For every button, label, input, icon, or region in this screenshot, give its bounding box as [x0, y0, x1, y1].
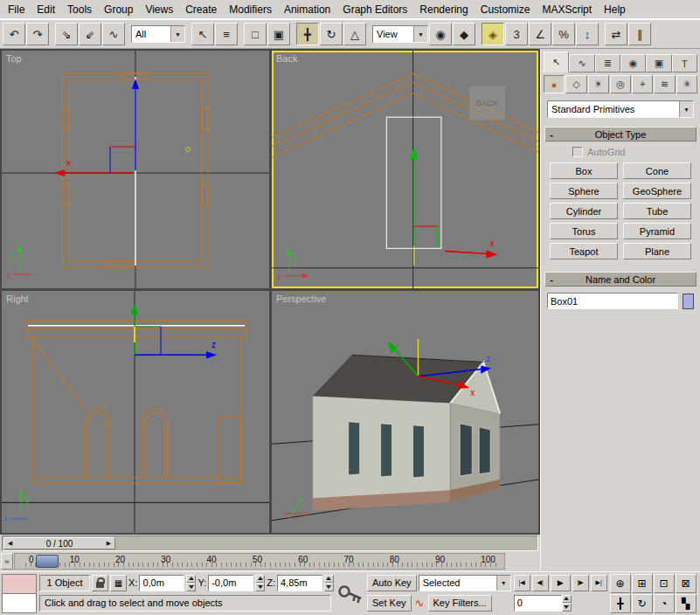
object-name-input[interactable]	[547, 293, 678, 309]
viewport-label[interactable]: Right	[6, 294, 29, 304]
z-coordinate-input[interactable]: 4,85m	[277, 575, 322, 591]
category-lights[interactable]: ☀	[588, 75, 609, 93]
previous-frame-arrow-icon[interactable]: ◀	[4, 538, 16, 549]
primitive-button[interactable]: Sphere	[550, 183, 618, 199]
undo-icon[interactable]: ↶	[3, 23, 25, 45]
viewport-label[interactable]: Back	[276, 53, 297, 64]
right-viewport-canvas[interactable]: z y z	[2, 291, 269, 533]
primitive-button[interactable]: Cylinder	[550, 203, 618, 219]
zoom-extents-icon[interactable]: ⊡	[654, 574, 675, 593]
menu-item[interactable]: File	[2, 1, 31, 18]
menu-item[interactable]: Animation	[278, 1, 336, 18]
select-and-manipulate-icon[interactable]: ◆	[453, 23, 475, 45]
dropdown-arrow-icon[interactable]: ▼	[413, 26, 427, 42]
macro-recorder-pane[interactable]	[3, 575, 36, 594]
listener-pane[interactable]	[3, 594, 36, 612]
menu-item[interactable]: Customize	[475, 1, 537, 18]
select-object-icon[interactable]: ↖	[191, 23, 214, 45]
select-and-scale-icon[interactable]: △	[343, 23, 366, 45]
z-spinner[interactable]	[324, 575, 334, 591]
window-crossing-icon[interactable]: ▣	[267, 23, 290, 45]
rectangular-selection-icon[interactable]: □	[244, 23, 267, 45]
select-and-link-icon[interactable]: ⇘	[55, 23, 78, 45]
move-gizmo[interactable]: x	[411, 147, 498, 266]
primitive-button[interactable]: Box	[550, 162, 618, 179]
y-spinner[interactable]	[255, 575, 265, 591]
back-viewport-canvas[interactable]: BACK x	[272, 51, 538, 288]
tab-display[interactable]: ▣	[646, 54, 671, 73]
spinner-down-icon[interactable]	[255, 583, 265, 591]
percent-snap-icon[interactable]: %	[552, 23, 575, 45]
spinner-up-icon[interactable]	[255, 575, 265, 584]
perspective-viewport-canvas[interactable]: z x x y	[272, 291, 538, 533]
category-spacewarps[interactable]: ≋	[654, 75, 675, 93]
menu-item[interactable]: Graph Editors	[336, 1, 413, 18]
dropdown-arrow-icon[interactable]: ▼	[496, 576, 510, 591]
top-viewport-canvas[interactable]: x y z	[2, 51, 269, 288]
time-slider-track[interactable]	[115, 536, 537, 550]
primitive-button[interactable]: GeoSphere	[623, 183, 691, 199]
primitive-button[interactable]: Cone	[623, 162, 691, 179]
next-frame-arrow-icon[interactable]: ▶	[103, 538, 114, 549]
spinner-down-icon[interactable]	[562, 603, 572, 612]
time-slider-handle[interactable]: ◀ 0 / 100 ▶	[3, 537, 115, 549]
menu-item[interactable]: Group	[98, 1, 139, 18]
x-coordinate-input[interactable]: 0,0m	[139, 575, 184, 591]
menu-item[interactable]: Rendering	[413, 1, 474, 18]
category-cameras[interactable]: ◎	[610, 75, 631, 93]
category-systems[interactable]: ✳	[676, 75, 697, 93]
primitive-button[interactable]: Plane	[623, 243, 691, 259]
viewport-back[interactable]: Back BACK	[272, 51, 538, 288]
menu-item[interactable]: Tools	[61, 1, 98, 18]
align-icon[interactable]: ∥	[628, 23, 651, 45]
y-coordinate-input[interactable]: -0,0m	[208, 575, 253, 591]
object-type-rollout-header[interactable]: - Object Type	[544, 127, 697, 142]
set-key-button[interactable]: Set Key	[367, 595, 412, 612]
next-frame-icon[interactable]: |▶	[572, 575, 589, 591]
mirror-icon[interactable]: ⇄	[605, 23, 627, 45]
select-and-move-icon[interactable]: ╋	[296, 23, 319, 45]
pan-icon[interactable]: ╋	[610, 594, 631, 613]
selection-lock-button[interactable]	[92, 575, 108, 591]
current-frame-input[interactable]: 0	[514, 595, 562, 612]
key-mode-dropdown[interactable]: Selected ▼	[419, 575, 511, 591]
previous-frame-icon[interactable]: ◀|	[532, 575, 549, 591]
tab-utilities[interactable]: T	[672, 54, 697, 73]
menu-item[interactable]: Views	[139, 1, 179, 18]
object-color-swatch[interactable]	[683, 294, 694, 309]
primitive-button[interactable]: Tube	[623, 203, 691, 219]
primitive-button[interactable]: Torus	[550, 223, 618, 239]
mini-curve-editor-button[interactable]: ≈	[1, 553, 13, 570]
menu-item[interactable]: Edit	[31, 1, 61, 18]
snaps-toggle-icon[interactable]: ◈	[482, 23, 504, 45]
spinner-down-icon[interactable]	[324, 583, 334, 591]
x-spinner[interactable]	[186, 575, 196, 591]
angle-snap-icon[interactable]: ∠	[529, 23, 551, 45]
min-max-toggle-icon[interactable]: ▚	[676, 594, 697, 613]
use-pivot-center-icon[interactable]: ◉	[429, 23, 452, 45]
field-of-view-icon[interactable]: ◔	[654, 594, 675, 613]
house-model[interactable]	[313, 355, 500, 510]
move-gizmo[interactable]: x	[54, 79, 139, 176]
select-and-rotate-icon[interactable]: ↻	[320, 23, 343, 45]
unlink-selection-icon[interactable]: ⇙	[79, 23, 101, 45]
primitive-button[interactable]: Teapot	[550, 243, 618, 259]
category-geometry[interactable]: ●	[544, 75, 565, 93]
zoom-all-icon[interactable]: ⊞	[632, 574, 653, 593]
viewport-perspective[interactable]: Perspective	[272, 291, 538, 533]
zoom-region-icon[interactable]: ⊠	[676, 574, 697, 593]
primitive-button[interactable]: Pyramid	[623, 223, 691, 239]
goto-start-icon[interactable]: |◀	[514, 575, 530, 591]
zoom-icon[interactable]: ⊕	[610, 574, 631, 593]
reference-coordinate-dropdown[interactable]: View ▼	[372, 25, 428, 43]
dropdown-arrow-icon[interactable]: ▼	[170, 26, 184, 42]
dropdown-arrow-icon[interactable]: ▼	[679, 101, 693, 117]
bind-to-spacewarp-icon[interactable]: ∿	[102, 23, 125, 45]
move-gizmo[interactable]: z	[131, 303, 217, 358]
auto-key-button[interactable]: Auto Key	[367, 575, 417, 591]
key-filters-button[interactable]: Key Filters...	[428, 595, 492, 612]
time-slider[interactable]: ◀ 0 / 100 ▶	[2, 536, 538, 551]
track-bar[interactable]: 0102030405060708090100	[14, 553, 505, 570]
select-by-name-icon[interactable]: ≡	[215, 23, 238, 45]
name-color-rollout-header[interactable]: - Name and Color	[544, 272, 697, 287]
